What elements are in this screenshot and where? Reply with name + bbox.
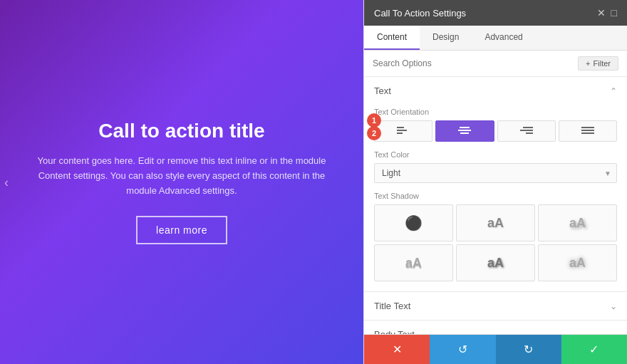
settings-panel: Call To Action Settings ✕ □ Content Desi… (363, 0, 627, 364)
section-text: Text ⌃ Text Orientation 1 (364, 77, 627, 292)
svg-rect-3 (460, 127, 470, 128)
section-body-text-label: Body Text (374, 329, 415, 334)
svg-rect-2 (397, 132, 403, 134)
search-input[interactable] (373, 58, 574, 68)
color-select[interactable]: Light Dark (374, 163, 617, 183)
shadow-aa-strong: aA (569, 216, 586, 231)
svg-rect-1 (397, 130, 407, 131)
redo-button[interactable]: ↻ (496, 335, 561, 364)
orientation-buttons: 1 (374, 120, 617, 142)
orientation-label: Text Orientation (374, 108, 617, 116)
filter-icon: + (586, 59, 590, 68)
section-text-chevron: ⌃ (610, 86, 617, 96)
panel-header-icons: ✕ □ (597, 7, 617, 19)
svg-rect-5 (460, 132, 469, 134)
shadow-aa-light: aA (487, 216, 504, 231)
tab-advanced[interactable]: Advanced (472, 26, 535, 50)
section-body-text-header[interactable]: Body Text ⌄ (364, 321, 627, 334)
color-label-wrapper: Text Color 2 (374, 150, 617, 159)
badge-2: 2 (367, 126, 381, 140)
badge-1: 1 (367, 113, 381, 128)
svg-rect-6 (523, 127, 533, 128)
svg-rect-10 (581, 130, 594, 131)
orient-btn-center[interactable] (435, 120, 494, 142)
shadow-aa-glow: aA (569, 256, 586, 271)
shadow-none-btn[interactable]: ⚫ (374, 204, 453, 241)
section-title-text-header[interactable]: Title Text ⌄ (364, 292, 627, 320)
shadow-outline-btn[interactable]: aA (374, 244, 453, 281)
preview-title: Call to action title (98, 120, 264, 142)
color-label: Text Color (374, 150, 410, 159)
orient-btn-right[interactable] (497, 120, 556, 142)
prev-arrow-icon[interactable]: ‹ (4, 175, 9, 189)
align-center-icon (458, 126, 471, 136)
shadow-dark-btn[interactable]: aA (456, 244, 535, 281)
svg-rect-9 (581, 127, 594, 128)
cancel-button[interactable]: ✕ (364, 335, 430, 364)
save-button[interactable]: ✓ (561, 335, 627, 364)
expand-icon[interactable]: □ (611, 7, 617, 19)
shadow-aa-outline: aA (405, 256, 422, 271)
orient-btn-left[interactable] (374, 120, 432, 142)
search-row: + Filter (364, 51, 627, 77)
section-title-text: Title Text ⌄ (364, 292, 627, 321)
shadow-strong-btn[interactable]: aA (538, 204, 617, 241)
filter-button[interactable]: + Filter (578, 56, 618, 71)
tab-content[interactable]: Content (364, 26, 420, 50)
reset-button[interactable]: ↺ (430, 335, 495, 364)
svg-rect-8 (526, 132, 533, 134)
section-title-text-chevron: ⌄ (610, 301, 617, 311)
svg-rect-4 (458, 130, 471, 131)
panel-title: Call To Action Settings (374, 8, 466, 19)
color-select-wrapper: Light Dark ▼ (374, 163, 617, 183)
orient-btn-justify[interactable] (559, 120, 617, 142)
section-text-header[interactable]: Text ⌃ (364, 77, 627, 105)
svg-rect-0 (397, 127, 404, 128)
panel-header: Call To Action Settings ✕ □ (364, 0, 627, 26)
panel-body: Text ⌃ Text Orientation 1 (364, 77, 627, 334)
preview-body: Your content goes here. Edit or remove t… (25, 154, 338, 198)
align-justify-icon (581, 126, 594, 136)
svg-rect-7 (520, 130, 533, 131)
shadow-aa-dark: aA (487, 256, 504, 271)
action-bar: ✕ ↺ ↻ ✓ (364, 334, 627, 364)
shadow-light-btn[interactable]: aA (456, 204, 535, 241)
preview-cta-button[interactable]: learn more (136, 216, 227, 244)
section-body-text: Body Text ⌄ (364, 321, 627, 334)
shadow-glow-btn[interactable]: aA (538, 244, 617, 281)
section-text-content: Text Orientation 1 (364, 108, 627, 291)
tabs-row: Content Design Advanced (364, 26, 627, 51)
align-left-icon (397, 126, 410, 136)
section-text-title: Text (374, 85, 391, 96)
tab-design[interactable]: Design (420, 26, 472, 50)
section-title-text-label: Title Text (374, 301, 410, 311)
svg-rect-11 (581, 132, 594, 134)
shadow-label: Text Shadow (374, 192, 617, 200)
align-right-icon (520, 126, 533, 136)
shadow-grid: ⚫ aA aA aA aA (374, 204, 617, 281)
no-shadow-icon: ⚫ (405, 214, 423, 232)
close-icon[interactable]: ✕ (597, 7, 606, 19)
preview-area: ‹ Call to action title Your content goes… (0, 0, 363, 364)
